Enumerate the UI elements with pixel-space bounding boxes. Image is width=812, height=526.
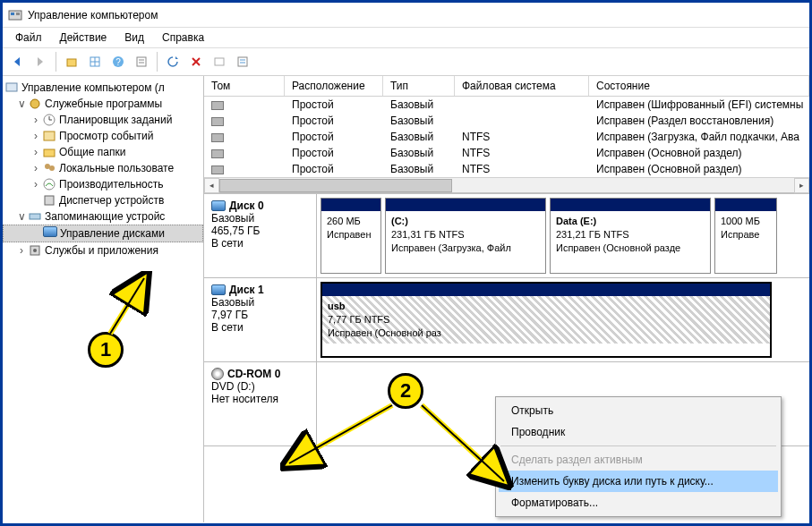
tree-label: Диспетчер устройств <box>59 194 164 207</box>
context-menu-item[interactable]: Открыть <box>499 400 778 421</box>
col-status[interactable]: Состояние <box>589 76 809 96</box>
expand-icon[interactable]: › <box>30 146 42 158</box>
volume-row[interactable]: ПростойБазовыйИсправен (Шифрованный (EFI… <box>204 97 809 113</box>
up-button[interactable] <box>61 51 82 72</box>
scroll-left-button[interactable]: ◂ <box>204 178 219 193</box>
volume-list[interactable]: Том Расположение Тип Файловая система Со… <box>204 76 809 193</box>
scroll-right-button[interactable]: ▸ <box>794 178 809 193</box>
col-volume[interactable]: Том <box>204 76 285 96</box>
volume-row[interactable]: ПростойБазовыйИсправен (Раздел восстанов… <box>204 113 809 129</box>
col-type[interactable]: Тип <box>383 76 455 96</box>
svg-rect-31 <box>45 196 54 205</box>
menu-view[interactable]: Вид <box>115 30 153 46</box>
app-icon <box>8 8 22 22</box>
tree-root[interactable]: Управление компьютером (л <box>3 80 203 96</box>
partition-stripe <box>386 199 545 211</box>
context-menu-item[interactable]: Форматировать... <box>499 492 778 513</box>
svg-text:?: ? <box>115 57 121 67</box>
tree-group-services[interactable]: › Службы и приложения <box>3 242 203 259</box>
forward-button[interactable] <box>30 51 51 72</box>
menu-help[interactable]: Справка <box>153 30 213 46</box>
context-menu-item[interactable]: Проводник <box>499 421 778 443</box>
partition-status: Исправен <box>327 229 372 240</box>
expand-icon[interactable]: › <box>30 178 42 191</box>
properties-button[interactable] <box>131 51 152 72</box>
disk-icon <box>211 284 226 295</box>
event-icon <box>42 129 56 143</box>
partition-stripe <box>322 284 770 296</box>
list-button[interactable] <box>232 51 253 72</box>
tree-item-task-scheduler[interactable]: ›Планировщик заданий <box>3 112 203 128</box>
volume-icon <box>211 117 224 126</box>
volume-icon <box>211 101 224 110</box>
annotation-callout-1: 1 <box>88 332 124 368</box>
menubar: Файл Действие Вид Справка <box>3 28 809 48</box>
services-icon <box>28 243 42 258</box>
context-menu-item[interactable]: Изменить букву диска или путь к диску... <box>499 471 778 492</box>
menu-action[interactable]: Действие <box>51 30 116 46</box>
partition[interactable]: 260 МБ Исправен <box>321 198 381 274</box>
volume-row[interactable]: ПростойБазовыйNTFSИсправен (Загрузка, Фа… <box>204 129 809 145</box>
menu-file[interactable]: Файл <box>6 30 51 46</box>
annotation-callout-2: 2 <box>388 373 423 409</box>
tree-label: Службы и приложения <box>45 244 158 257</box>
partition[interactable]: Data (E:) 231,21 ГБ NTFS Исправен (Основ… <box>550 198 711 274</box>
expand-icon[interactable]: › <box>30 130 42 142</box>
folder-icon <box>42 145 56 159</box>
tree-label: Запоминающие устройс <box>45 210 165 223</box>
volume-row[interactable]: ПростойБазовыйNTFSИсправен (Основной раз… <box>204 161 809 177</box>
menu-separator <box>500 445 776 446</box>
partition[interactable]: usb 7,77 ГБ NTFS Исправен (Основной раз <box>321 282 772 358</box>
volume-icon <box>211 149 224 158</box>
tree-label: Управление дисками <box>60 227 165 240</box>
disk-partitions: 260 МБ Исправен (C:) 231,31 ГБ NTFS Испр… <box>317 194 809 277</box>
disk-row: Диск 1 Базовый 7,97 ГБ В сети usb 7,77 Г… <box>204 278 809 362</box>
tree-label: Служебные программы <box>45 98 162 110</box>
partition-size: 260 МБ <box>327 216 361 226</box>
tree-label: Просмотр событий <box>59 130 153 142</box>
svg-rect-1 <box>11 13 14 15</box>
tree-item-performance[interactable]: ›Производительность <box>3 176 203 192</box>
partition[interactable]: 1000 МБ Исправе <box>714 198 777 274</box>
disk-info[interactable]: Диск 0 Базовый 465,75 ГБ В сети <box>204 194 317 277</box>
disk-info[interactable]: CD-ROM 0 DVD (D:) Нет носителя <box>204 362 317 445</box>
refresh-button[interactable] <box>162 51 184 72</box>
partition-stripe <box>715 199 776 211</box>
partition-status: Исправен (Загрузка, Файл <box>391 242 511 253</box>
tree-label: Общие папки <box>59 146 125 158</box>
disk-row: Диск 0 Базовый 465,75 ГБ В сети 260 МБ И… <box>204 194 809 278</box>
disk-size: 465,75 ГБ <box>211 225 309 237</box>
tree-item-disk-management[interactable]: Управление дисками <box>3 225 203 242</box>
col-layout[interactable]: Расположение <box>285 76 383 96</box>
collapse-icon[interactable]: ∨ <box>15 98 28 110</box>
svg-marker-4 <box>38 57 43 66</box>
separator <box>56 52 56 72</box>
tree-item-local-users[interactable]: ›Локальные пользовате <box>3 160 203 176</box>
tree-group-system-tools[interactable]: ∨ Служебные программы <box>3 96 203 112</box>
volume-row[interactable]: ПростойБазовыйNTFSИсправен (Основной раз… <box>204 145 809 161</box>
scroll-thumb[interactable] <box>219 179 452 192</box>
partition[interactable]: (C:) 231,31 ГБ NTFS Исправен (Загрузка, … <box>385 198 546 274</box>
expand-icon[interactable]: › <box>15 244 28 257</box>
disk-size: 7,97 ГБ <box>211 309 309 321</box>
tree-group-storage[interactable]: ∨ Запоминающие устройс <box>3 208 203 225</box>
delete-button[interactable] <box>185 51 207 72</box>
help-button[interactable]: ? <box>107 51 129 72</box>
expand-icon[interactable]: › <box>30 162 42 174</box>
collapse-icon[interactable]: ∨ <box>15 210 28 223</box>
performance-icon <box>42 177 56 191</box>
back-button[interactable] <box>6 51 28 72</box>
navigation-tree[interactable]: Управление компьютером (л ∨ Служебные пр… <box>3 76 204 522</box>
tree-label: Управление компьютером (л <box>21 81 165 94</box>
disk-info[interactable]: Диск 1 Базовый 7,97 ГБ В сети <box>204 278 317 361</box>
horizontal-scrollbar[interactable]: ◂ ▸ <box>204 177 809 192</box>
tree-item-shared-folders[interactable]: ›Общие папки <box>3 144 203 160</box>
views-button[interactable] <box>84 51 106 72</box>
action-button[interactable] <box>209 51 230 72</box>
tree-item-event-viewer[interactable]: ›Просмотр событий <box>3 128 203 144</box>
tree-item-device-manager[interactable]: Диспетчер устройств <box>3 192 203 208</box>
expand-icon[interactable]: › <box>30 114 42 126</box>
svg-marker-14 <box>175 56 178 59</box>
col-filesystem[interactable]: Файловая система <box>455 76 589 96</box>
storage-icon <box>28 209 42 224</box>
